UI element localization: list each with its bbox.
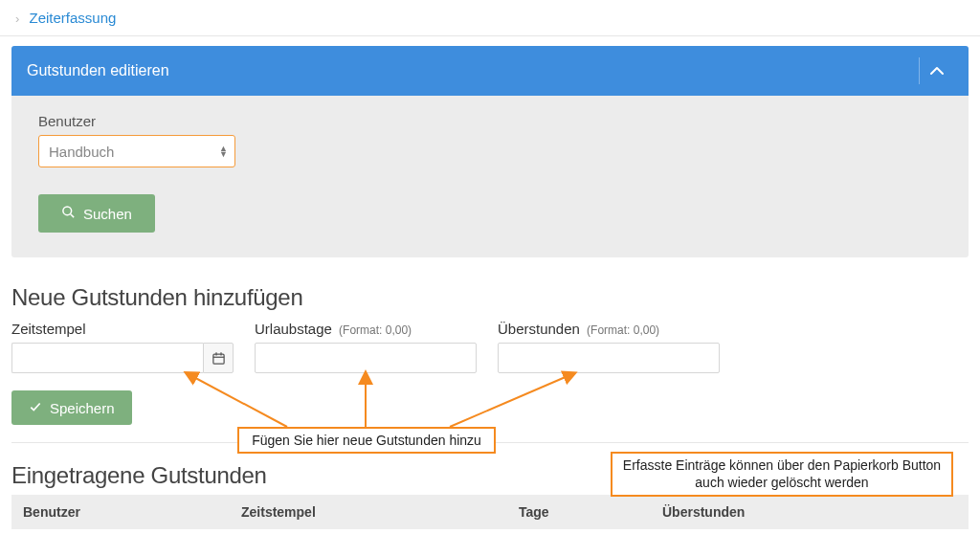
user-select[interactable]: Handbuch [38, 135, 235, 167]
col-timestamp: Zeitstempel [241, 504, 519, 520]
overtime-label: Überstunden [498, 321, 580, 337]
overtime-input[interactable] [498, 343, 720, 373]
calendar-icon [212, 351, 226, 366]
panel-title: Gutstunden editieren [27, 62, 169, 79]
svg-line-1 [71, 214, 74, 217]
vacation-hint: (Format: 0,00) [339, 323, 412, 337]
divider [0, 35, 980, 36]
panel-body: Benutzer Handbuch ▲▼ Suchen [11, 96, 969, 257]
breadcrumb-link-zeiterfassung[interactable]: Zeiterfassung [30, 10, 117, 26]
col-user: Benutzer [23, 504, 241, 520]
search-button-label: Suchen [83, 206, 132, 222]
vacation-input[interactable] [255, 343, 477, 373]
entries-table-header: Benutzer Zeitstempel Tage Überstunden [11, 495, 969, 529]
overtime-hint: (Format: 0,00) [587, 323, 659, 337]
search-icon [61, 205, 76, 222]
check-icon [29, 400, 42, 416]
annotation-delete-hint: Erfasste Einträge können über den Papier… [611, 452, 953, 497]
save-button[interactable]: Speichern [11, 390, 132, 425]
user-label: Benutzer [38, 113, 942, 129]
svg-rect-2 [212, 354, 223, 364]
annotation-add-here: Fügen Sie hier neue Gutstunden hinzu [237, 427, 496, 454]
chevron-right-icon: › [15, 11, 19, 26]
save-button-label: Speichern [50, 400, 115, 416]
search-button[interactable]: Suchen [38, 194, 155, 233]
svg-point-0 [63, 207, 72, 215]
breadcrumb: › Zeiterfassung [11, 6, 969, 35]
timestamp-input[interactable] [11, 343, 203, 373]
chevron-up-icon [929, 66, 945, 76]
col-overtime: Überstunden [662, 504, 957, 520]
panel-header: Gutstunden editieren [11, 46, 969, 96]
panel-collapse-button[interactable] [919, 57, 953, 84]
add-form: Zeitstempel Urlaubstage (Format: 0,00) [11, 321, 969, 373]
col-days: Tage [519, 504, 662, 520]
timestamp-label: Zeitstempel [11, 321, 86, 337]
calendar-button[interactable] [203, 343, 234, 373]
add-heading: Neue Gutstunden hinzufügen [11, 284, 969, 311]
vacation-label: Urlaubstage [255, 321, 332, 337]
